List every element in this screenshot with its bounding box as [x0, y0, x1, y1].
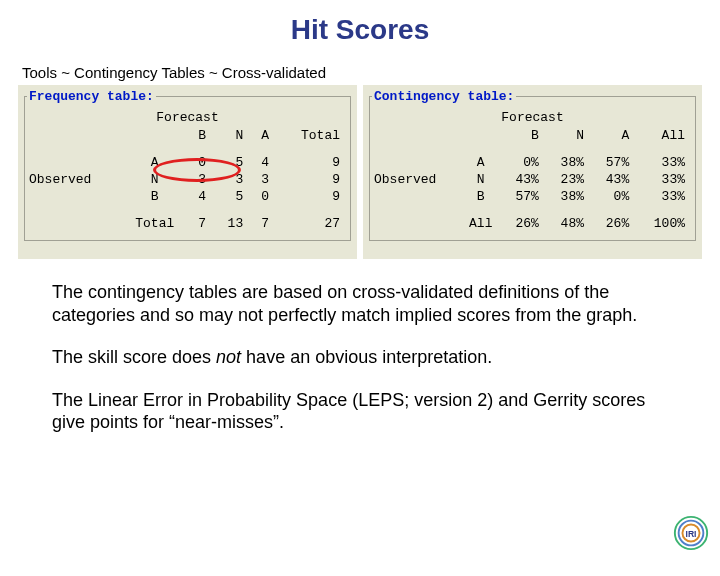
cont-cell: 0%: [502, 154, 547, 171]
freq-cell: 3: [188, 171, 214, 188]
cont-cell: 26%: [502, 215, 547, 232]
body-text: The contingency tables are based on cros…: [52, 281, 668, 434]
frequency-legend: Frequency table:: [27, 89, 156, 104]
table-row: B 4 5 0 9: [27, 188, 348, 205]
contingency-col-title: Forecast: [372, 110, 693, 125]
emphasis-not: not: [216, 347, 241, 367]
cont-cell: 33%: [637, 154, 693, 171]
freq-cell: 0: [188, 154, 214, 171]
freq-row-a-label: A: [123, 154, 188, 171]
svg-text:IRI: IRI: [686, 529, 697, 539]
freq-cell: 4: [251, 154, 277, 171]
table-row: Observed N 3 3 3 9: [27, 171, 348, 188]
cont-cell: 57%: [502, 188, 547, 205]
table-row: Observed N 43% 23% 43% 33%: [372, 171, 693, 188]
frequency-fieldset: Frequency table: Forecast B N A Total A …: [24, 89, 351, 241]
freq-cell: 7: [251, 215, 277, 232]
freq-cell: 4: [188, 188, 214, 205]
freq-cell: 9: [277, 171, 348, 188]
cont-cell: 33%: [637, 171, 693, 188]
cont-row-n-label: N: [462, 171, 502, 188]
cont-all-label: All: [462, 215, 502, 232]
frequency-col-title: Forecast: [27, 110, 348, 125]
cont-col-b: B: [502, 127, 547, 144]
freq-cell: 7: [188, 215, 214, 232]
contingency-table: B N A All A 0% 38% 57% 33% Observed N: [372, 127, 693, 232]
freq-col-a: A: [251, 127, 277, 144]
cont-row-b-label: B: [462, 188, 502, 205]
paragraph-1: The contingency tables are based on cros…: [52, 281, 668, 326]
frequency-panel: Frequency table: Forecast B N A Total A …: [18, 85, 357, 259]
cont-cell: 23%: [547, 171, 592, 188]
cont-col-a: A: [592, 127, 637, 144]
freq-col-total: Total: [277, 127, 348, 144]
cont-cell: 38%: [547, 188, 592, 205]
observed-label: Observed: [372, 171, 462, 188]
freq-cell: 3: [214, 171, 251, 188]
freq-total-label: Total: [123, 215, 188, 232]
cont-cell: 26%: [592, 215, 637, 232]
freq-row-n-label: N: [123, 171, 188, 188]
freq-col-n: N: [214, 127, 251, 144]
table-row: A 0 5 4 9: [27, 154, 348, 171]
cont-cell: 43%: [502, 171, 547, 188]
iri-logo-icon: IRI: [672, 514, 710, 552]
observed-label: Observed: [27, 171, 123, 188]
freq-cell: 13: [214, 215, 251, 232]
cont-cell: 100%: [637, 215, 693, 232]
table-row: A 0% 38% 57% 33%: [372, 154, 693, 171]
table-row: Total 7 13 7 27: [27, 215, 348, 232]
cont-cell: 48%: [547, 215, 592, 232]
paragraph-2: The skill score does not have an obvious…: [52, 346, 668, 369]
page-title: Hit Scores: [0, 14, 720, 46]
paragraph-3: The Linear Error in Probability Space (L…: [52, 389, 668, 434]
freq-cell: 0: [251, 188, 277, 205]
table-panels: Frequency table: Forecast B N A Total A …: [18, 85, 702, 259]
contingency-panel: Contingency table: Forecast B N A All A …: [363, 85, 702, 259]
contingency-legend: Contingency table:: [372, 89, 516, 104]
freq-cell: 3: [251, 171, 277, 188]
contingency-fieldset: Contingency table: Forecast B N A All A …: [369, 89, 696, 241]
freq-cell: 9: [277, 188, 348, 205]
table-row: All 26% 48% 26% 100%: [372, 215, 693, 232]
freq-cell: 27: [277, 215, 348, 232]
freq-col-b: B: [188, 127, 214, 144]
cont-cell: 38%: [547, 154, 592, 171]
cont-cell: 57%: [592, 154, 637, 171]
cont-col-all: All: [637, 127, 693, 144]
cont-cell: 33%: [637, 188, 693, 205]
breadcrumb: Tools ~ Contingency Tables ~ Cross-valid…: [22, 64, 720, 81]
freq-row-b-label: B: [123, 188, 188, 205]
freq-cell: 5: [214, 188, 251, 205]
freq-cell: 9: [277, 154, 348, 171]
freq-cell: 5: [214, 154, 251, 171]
table-row: B 57% 38% 0% 33%: [372, 188, 693, 205]
cont-row-a-label: A: [462, 154, 502, 171]
cont-cell: 0%: [592, 188, 637, 205]
cont-col-n: N: [547, 127, 592, 144]
frequency-table: B N A Total A 0 5 4 9 Observed N 3: [27, 127, 348, 232]
cont-cell: 43%: [592, 171, 637, 188]
